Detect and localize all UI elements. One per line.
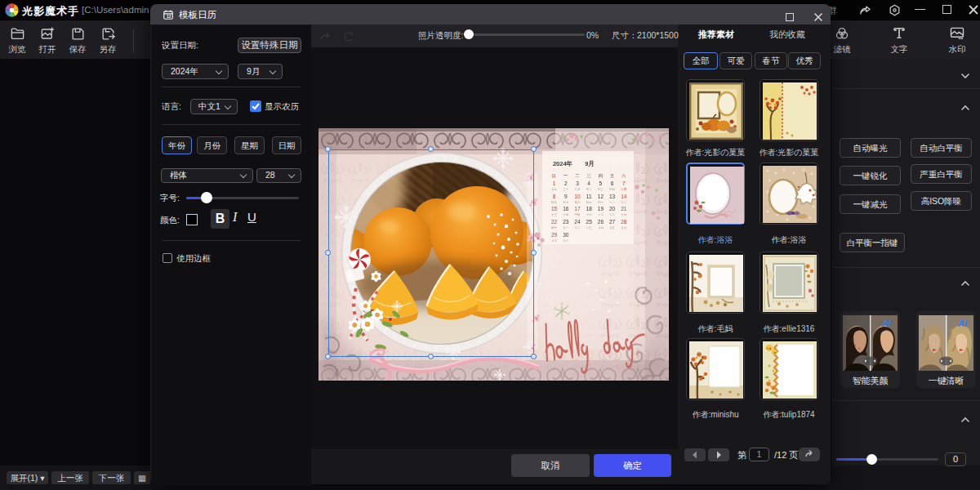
svg-text:廿九: 廿九	[551, 188, 558, 191]
svg-text:廿一: 廿一	[563, 226, 569, 229]
svg-text:20: 20	[609, 206, 616, 212]
svg-text:十六: 十六	[586, 213, 593, 216]
svg-text:初九: 初九	[586, 201, 593, 204]
svg-text:中秋: 中秋	[575, 213, 581, 216]
svg-text:14: 14	[621, 194, 627, 199]
svg-text:日: 日	[551, 173, 555, 179]
svg-text:21: 21	[621, 206, 627, 212]
svg-text:初十: 初十	[597, 201, 604, 204]
svg-text:19: 19	[598, 206, 604, 212]
svg-text:廿六: 廿六	[621, 226, 627, 229]
svg-text:八月: 八月	[575, 188, 581, 191]
svg-text:初八: 初八	[574, 201, 581, 204]
svg-text:9月: 9月	[585, 160, 595, 167]
svg-text:2024年: 2024年	[553, 160, 573, 167]
svg-text:22: 22	[551, 219, 558, 225]
svg-text:廿三: 廿三	[586, 226, 593, 229]
svg-text:7: 7	[622, 180, 626, 186]
svg-text:初七: 初七	[562, 200, 569, 204]
svg-text:23: 23	[563, 219, 569, 225]
svg-text:18: 18	[586, 206, 593, 212]
svg-text:3: 3	[576, 180, 579, 186]
svg-text:2: 2	[564, 180, 568, 186]
svg-text:Ai: Ai	[881, 318, 892, 328]
svg-text:四: 四	[599, 173, 603, 179]
svg-text:三十: 三十	[563, 188, 569, 191]
svg-text:10: 10	[574, 194, 581, 199]
svg-text:17: 17	[574, 206, 581, 212]
svg-text:1: 1	[553, 180, 556, 186]
svg-text:8: 8	[553, 194, 556, 199]
svg-text:5: 5	[599, 180, 603, 186]
svg-text:廿七: 廿七	[551, 238, 558, 243]
svg-text:廿四: 廿四	[598, 226, 604, 229]
svg-text:28: 28	[621, 219, 627, 225]
svg-text:廿五: 廿五	[609, 226, 616, 229]
svg-text:26: 26	[598, 219, 604, 225]
svg-text:十八: 十八	[609, 213, 616, 216]
svg-text:白露: 白露	[621, 187, 627, 191]
svg-text:六: 六	[621, 173, 626, 178]
svg-text:25: 25	[586, 219, 593, 225]
svg-text:十二: 十二	[621, 201, 627, 204]
svg-text:12: 12	[167, 14, 172, 19]
svg-text:11: 11	[586, 194, 592, 199]
svg-text:十七: 十七	[598, 212, 604, 216]
svg-text:初二: 初二	[586, 188, 593, 191]
svg-text:初三: 初三	[597, 188, 604, 191]
svg-text:五: 五	[610, 173, 615, 178]
svg-text:初四: 初四	[608, 188, 616, 191]
svg-text:30: 30	[563, 232, 569, 238]
svg-text:十一: 十一	[609, 201, 616, 204]
svg-text:29: 29	[551, 232, 558, 238]
svg-text:13: 13	[609, 194, 616, 199]
svg-text:27: 27	[609, 219, 616, 225]
svg-text:12: 12	[598, 194, 604, 199]
svg-text:24: 24	[574, 219, 581, 225]
svg-text:十四: 十四	[563, 213, 569, 216]
svg-text:Ai: Ai	[957, 318, 968, 328]
svg-text:十三: 十三	[551, 213, 558, 216]
svg-text:二: 二	[575, 173, 580, 178]
svg-text:廿八: 廿八	[563, 239, 569, 243]
svg-text:十九: 十九	[621, 213, 627, 216]
svg-text:初六: 初六	[550, 201, 558, 204]
svg-text:16: 16	[563, 206, 569, 212]
svg-text:4: 4	[587, 180, 590, 186]
svg-text:15: 15	[551, 206, 558, 212]
svg-text:6: 6	[611, 180, 614, 186]
svg-text:秋分: 秋分	[551, 226, 558, 229]
svg-text:9: 9	[564, 194, 568, 199]
svg-text:廿二: 廿二	[575, 226, 581, 229]
svg-text:一: 一	[564, 173, 568, 178]
svg-text:三: 三	[587, 173, 592, 178]
